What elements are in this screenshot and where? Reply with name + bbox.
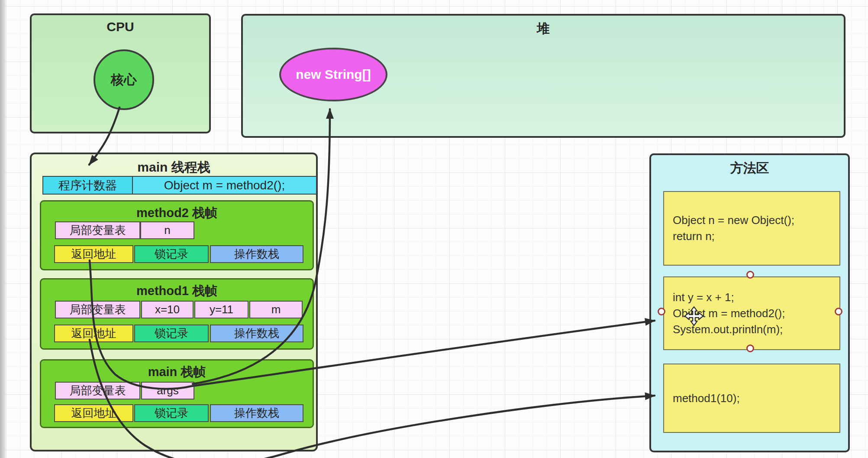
locals-label: 局部变量表: [70, 302, 126, 317]
code-line: int y = x + 1;: [673, 289, 839, 305]
var-cell-args[interactable]: args: [141, 382, 194, 400]
cpu-core-label: 核心: [111, 71, 137, 89]
program-counter-label: 程序计数器: [58, 178, 117, 193]
frame-method1[interactable]: method1 栈帧 局部变量表 x=10 y=11 m 返回地址 锁记录 操作…: [40, 278, 314, 350]
locals-label-cell[interactable]: 局部变量表: [55, 382, 140, 400]
method-area-box[interactable]: 方法区 Object n = new Object(); return n; i…: [649, 153, 850, 452]
operand-stack-label: 操作数栈: [234, 247, 279, 262]
return-address-cell[interactable]: 返回地址: [54, 325, 133, 342]
code-line: Object n = new Object();: [673, 212, 839, 228]
connection-handle-top[interactable]: [746, 271, 754, 279]
program-counter-row: 程序计数器 Object m = method2();: [42, 176, 317, 195]
var-value: y=11: [210, 303, 233, 316]
operand-stack-cell[interactable]: 操作数栈: [210, 404, 303, 422]
program-counter-value-cell[interactable]: Object m = method2();: [133, 176, 317, 195]
diagram-canvas: CPU 核心 堆 new String[] main 线程栈 程序计数器 Obj…: [0, 0, 868, 458]
cpu-box[interactable]: CPU 核心: [30, 13, 211, 133]
method-area-title: 方法区: [651, 155, 848, 177]
cpu-title: CPU: [32, 15, 209, 34]
operand-stack-cell[interactable]: 操作数栈: [210, 245, 303, 263]
var-cell-n[interactable]: n: [140, 221, 194, 239]
var-cell-x[interactable]: x=10: [141, 301, 194, 318]
connection-handle-right[interactable]: [835, 308, 842, 315]
heap-title: 堆: [243, 16, 844, 38]
operand-stack-label: 操作数栈: [234, 406, 279, 421]
lock-record-label: 锁记录: [155, 247, 188, 262]
return-address-label: 返回地址: [71, 406, 116, 421]
heap-box[interactable]: 堆 new String[]: [241, 14, 845, 138]
program-counter-value: Object m = method2();: [164, 179, 285, 192]
move-cursor-icon: [684, 306, 704, 326]
lock-record-cell[interactable]: 锁记录: [134, 325, 209, 342]
return-address-cell[interactable]: 返回地址: [54, 404, 133, 422]
cpu-core-circle[interactable]: 核心: [94, 49, 154, 110]
var-value: x=10: [155, 303, 180, 316]
locals-label-cell[interactable]: 局部变量表: [55, 221, 140, 239]
code-block-method2[interactable]: Object n = new Object(); return n;: [663, 191, 840, 266]
var-cell-y[interactable]: y=11: [194, 301, 248, 318]
lock-record-label: 锁记录: [155, 326, 188, 341]
locals-label: 局部变量表: [70, 383, 126, 398]
stack-title: main 线程栈: [32, 154, 316, 176]
locals-label-cell[interactable]: 局部变量表: [55, 301, 140, 318]
connection-handle-left[interactable]: [658, 308, 665, 315]
operand-stack-label: 操作数栈: [234, 326, 279, 341]
var-value: n: [164, 224, 170, 237]
code-line: return n;: [673, 228, 839, 244]
return-address-label: 返回地址: [71, 326, 116, 341]
return-address-label: 返回地址: [71, 247, 116, 262]
code-block-main[interactable]: method1(10);: [663, 364, 840, 433]
window-edge: [0, 0, 6, 458]
frame-main[interactable]: main 栈帧 局部变量表 args 返回地址 锁记录 操作数栈: [40, 359, 314, 428]
var-value: m: [271, 303, 281, 316]
connection-handle-bottom[interactable]: [746, 344, 754, 352]
new-string-ellipse[interactable]: new String[]: [279, 48, 387, 101]
frame-method2-title: method2 栈帧: [41, 201, 313, 222]
lock-record-cell[interactable]: 锁记录: [134, 245, 209, 263]
frame-method1-title: method1 栈帧: [41, 279, 313, 300]
main-thread-stack-box[interactable]: main 线程栈 程序计数器 Object m = method2(); met…: [30, 153, 318, 452]
program-counter-cell[interactable]: 程序计数器: [42, 176, 133, 195]
new-string-label: new String[]: [296, 67, 371, 82]
var-value: args: [157, 384, 179, 397]
lock-record-label: 锁记录: [155, 406, 188, 421]
var-cell-m[interactable]: m: [249, 301, 303, 318]
lock-record-cell[interactable]: 锁记录: [134, 404, 209, 422]
return-address-cell[interactable]: 返回地址: [54, 245, 133, 263]
frame-main-title: main 栈帧: [41, 361, 313, 381]
operand-stack-cell[interactable]: 操作数栈: [210, 325, 303, 342]
code-line: method1(10);: [673, 390, 839, 406]
frame-method2[interactable]: method2 栈帧 局部变量表 n 返回地址 锁记录 操作数栈: [40, 200, 314, 270]
locals-label: 局部变量表: [70, 223, 126, 238]
